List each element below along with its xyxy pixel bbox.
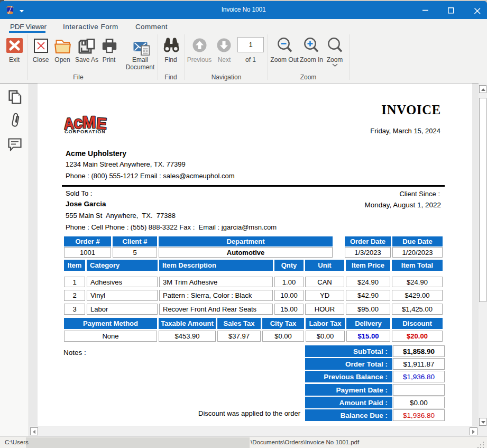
svg-text:CORPORATION: CORPORATION — [65, 129, 105, 134]
